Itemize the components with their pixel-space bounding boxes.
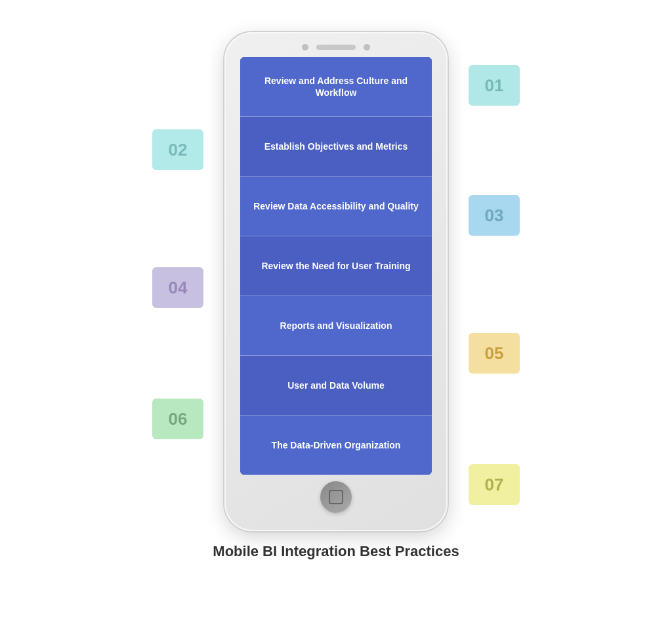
screen-item-1-text: Review and Address Culture and Workflow <box>251 75 421 98</box>
badge-01: 01 <box>469 65 520 106</box>
screen-item-6-text: User and Data Volume <box>287 380 385 391</box>
screen-item-7-text: The Data-Driven Organization <box>272 439 401 451</box>
screen-item-6[interactable]: User and Data Volume <box>240 356 432 416</box>
phone-home-button[interactable] <box>320 481 352 513</box>
badge-02: 02 <box>152 129 203 170</box>
screen-item-4-text: Review the Need for User Training <box>261 260 410 272</box>
badge-05: 05 <box>469 333 520 374</box>
screen-item-3[interactable]: Review Data Accessibility and Quality <box>240 177 432 236</box>
screen-item-5-text: Reports and Visualization <box>280 320 392 332</box>
screen-item-3-text: Review Data Accessibility and Quality <box>253 200 419 212</box>
phone-top-bar <box>234 44 438 51</box>
screen-item-7[interactable]: The Data-Driven Organization <box>240 416 432 475</box>
screen-item-4[interactable]: Review the Need for User Training <box>240 236 432 296</box>
screen-item-5[interactable]: Reports and Visualization <box>240 296 432 356</box>
screen-item-2[interactable]: Establish Objectives and Metrics <box>240 117 432 177</box>
badge-03: 03 <box>469 195 520 236</box>
phone-camera-2 <box>364 44 370 51</box>
phone-speaker <box>316 45 356 50</box>
scene: 01 02 03 04 05 06 07 Review and Address … <box>139 32 533 597</box>
badge-04: 04 <box>152 267 203 308</box>
screen-item-2-text: Establish Objectives and Metrics <box>264 141 408 152</box>
screen-item-1[interactable]: Review and Address Culture and Workflow <box>240 57 432 117</box>
badge-07: 07 <box>469 464 520 505</box>
phone: Review and Address Culture and Workflow … <box>224 32 448 531</box>
phone-screen: Review and Address Culture and Workflow … <box>240 57 432 475</box>
phone-home-inner <box>329 490 343 504</box>
phone-camera <box>302 44 308 51</box>
badge-06: 06 <box>152 399 203 439</box>
page-title: Mobile BI Integration Best Practices <box>213 543 459 560</box>
